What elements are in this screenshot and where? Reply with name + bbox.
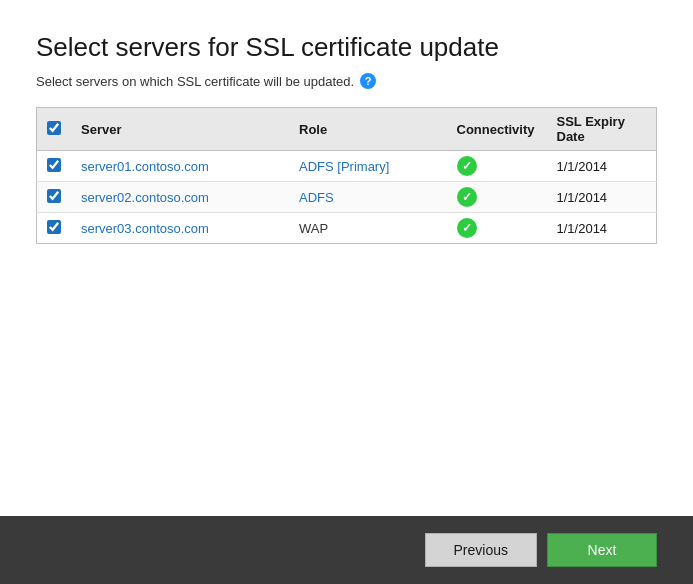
- table-row: server01.contoso.comADFS [Primary]✓1/1/2…: [37, 151, 657, 182]
- row-connectivity-cell: ✓: [447, 213, 547, 244]
- role-label: ADFS: [299, 190, 334, 205]
- row-expiry-cell: 1/1/2014: [547, 151, 657, 182]
- row-expiry-cell: 1/1/2014: [547, 182, 657, 213]
- col-header-checkbox: [37, 108, 72, 151]
- row-role-cell: WAP: [289, 213, 446, 244]
- server-link[interactable]: server01.contoso.com: [81, 159, 209, 174]
- row-checkbox-cell: [37, 151, 72, 182]
- main-content: Select servers for SSL certificate updat…: [0, 0, 693, 516]
- server-link[interactable]: server02.contoso.com: [81, 190, 209, 205]
- subtitle-row: Select servers on which SSL certificate …: [36, 73, 657, 89]
- subtitle-text: Select servers on which SSL certificate …: [36, 74, 354, 89]
- row-connectivity-cell: ✓: [447, 182, 547, 213]
- row-expiry-cell: 1/1/2014: [547, 213, 657, 244]
- connectivity-ok-icon: ✓: [457, 156, 477, 176]
- connectivity-ok-icon: ✓: [457, 187, 477, 207]
- server-table: Server Role Connectivity SSL Expiry Date…: [36, 107, 657, 244]
- row-connectivity-cell: ✓: [447, 151, 547, 182]
- server-link[interactable]: server03.contoso.com: [81, 221, 209, 236]
- col-header-connectivity: Connectivity: [447, 108, 547, 151]
- footer: Previous Next: [0, 516, 693, 584]
- row-3-checkbox[interactable]: [47, 220, 61, 234]
- row-checkbox-cell: [37, 213, 72, 244]
- table-row: server02.contoso.comADFS✓1/1/2014: [37, 182, 657, 213]
- row-role-cell: ADFS [Primary]: [289, 151, 446, 182]
- table-row: server03.contoso.comWAP✓1/1/2014: [37, 213, 657, 244]
- row-role-cell: ADFS: [289, 182, 446, 213]
- connectivity-ok-icon: ✓: [457, 218, 477, 238]
- row-server-cell: server01.contoso.com: [71, 151, 289, 182]
- row-1-checkbox[interactable]: [47, 158, 61, 172]
- row-checkbox-cell: [37, 182, 72, 213]
- select-all-checkbox[interactable]: [47, 121, 61, 135]
- row-server-cell: server03.contoso.com: [71, 213, 289, 244]
- role-label: WAP: [299, 221, 328, 236]
- col-header-server: Server: [71, 108, 289, 151]
- help-icon[interactable]: ?: [360, 73, 376, 89]
- col-header-expiry: SSL Expiry Date: [547, 108, 657, 151]
- table-header-row: Server Role Connectivity SSL Expiry Date: [37, 108, 657, 151]
- previous-button[interactable]: Previous: [425, 533, 537, 567]
- col-header-role: Role: [289, 108, 446, 151]
- role-label: ADFS [Primary]: [299, 159, 389, 174]
- page-title: Select servers for SSL certificate updat…: [36, 32, 657, 63]
- row-2-checkbox[interactable]: [47, 189, 61, 203]
- row-server-cell: server02.contoso.com: [71, 182, 289, 213]
- next-button[interactable]: Next: [547, 533, 657, 567]
